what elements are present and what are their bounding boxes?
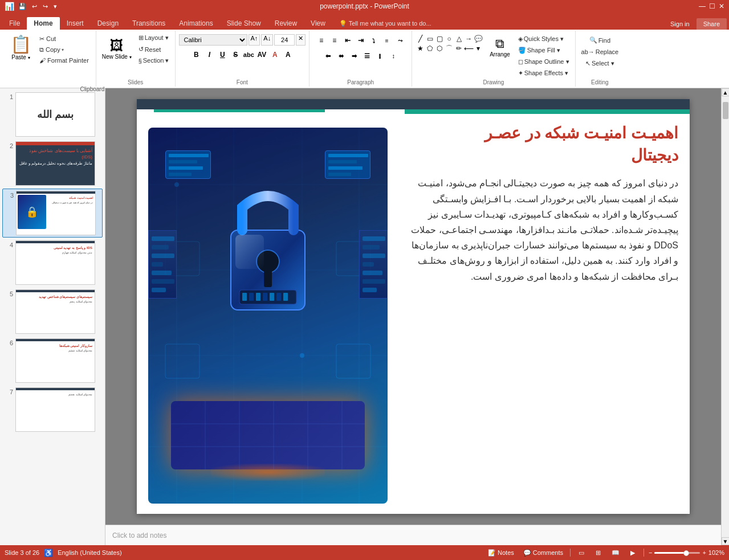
save-button[interactable]: 💾 [17, 3, 28, 10]
paragraph-group: ≡ ≡ ⇤ ⇥ ⤵ ≡ ⤳ ⬅ ⬌ ➡ ☰ ⫿ ↕ Paragraph [309, 31, 412, 87]
underline-button[interactable]: U [216, 48, 229, 61]
tab-home[interactable]: Home [27, 17, 59, 30]
shape-line[interactable]: ╱ [416, 34, 425, 43]
zoom-plus-button[interactable]: + [702, 549, 706, 556]
font-size-decrease[interactable]: A↑ [249, 34, 260, 46]
cut-button[interactable]: ✂ Cut [37, 34, 91, 44]
quick-styles-button[interactable]: ◈ Quick Styles ▾ [516, 34, 572, 44]
shape-pentagon[interactable]: ⬠ [425, 44, 434, 53]
tab-animations[interactable]: Animations [172, 17, 219, 30]
comments-button[interactable]: 💬 Comments [521, 548, 565, 558]
shape-triangle[interactable]: △ [454, 34, 463, 43]
strikethrough-button[interactable]: S [229, 48, 242, 61]
paste-button[interactable]: 📋 Paste ▾ [6, 32, 36, 63]
undo-button[interactable]: ↩ [30, 3, 39, 10]
slide-thumb-4[interactable]: 4 IDS و پاسخ به تهدید امنیتی متن محتوای … [2, 239, 103, 287]
tab-design[interactable]: Design [91, 17, 125, 30]
select-button[interactable]: ↖ Select ▾ [583, 59, 617, 68]
shape-rounded-rect[interactable]: ▢ [435, 34, 444, 43]
scroll-thumb[interactable] [723, 102, 728, 119]
font-size-increase[interactable]: A↓ [261, 34, 273, 46]
slide-thumb-3[interactable]: 3 🔒 اهمیت امنیت شبکه در دنیای امروز که ه… [2, 189, 103, 238]
shape-star[interactable]: ★ [416, 44, 425, 53]
share-button[interactable]: Share [697, 18, 727, 30]
customize-button[interactable]: ▾ [52, 3, 59, 10]
tab-transitions[interactable]: Transitions [125, 17, 172, 30]
clear-formatting-button[interactable]: ✕ [296, 34, 306, 46]
slide-thumb-1[interactable]: 1 بسم الله [2, 91, 103, 138]
shape-outline-button[interactable]: ◻ Shape Outline ▾ [516, 57, 572, 67]
redo-button[interactable]: ↪ [41, 3, 50, 10]
scroll-up-button[interactable]: ▲ [722, 88, 730, 96]
tab-review[interactable]: Review [268, 17, 304, 30]
sign-in-button[interactable]: Sign in [663, 18, 697, 30]
justify-button[interactable]: ☰ [361, 50, 373, 62]
copy-button[interactable]: ⧉ Copy ▾ [37, 45, 91, 55]
shape-curve[interactable]: ⌒ [445, 44, 454, 53]
shape-rect[interactable]: ▭ [425, 34, 434, 43]
zoom-slider[interactable] [654, 552, 700, 554]
shape-fill-button[interactable]: 🪣 Shape Fill ▾ [516, 46, 572, 55]
shape-hexagon[interactable]: ⬡ [435, 44, 444, 53]
tab-slideshow[interactable]: Slide Show [220, 17, 268, 30]
svg-rect-45 [363, 254, 385, 258]
reading-view-button[interactable]: 📖 [609, 547, 622, 558]
notes-button[interactable]: 📝 Notes [486, 548, 516, 558]
slide-text-content[interactable]: اهمیـت امنیـت شبکه در عصـر دیجیتال در دن… [410, 122, 678, 284]
normal-view-button[interactable]: ▭ [575, 547, 588, 558]
shape-callout[interactable]: 💬 [474, 34, 483, 43]
format-painter-button[interactable]: 🖌 Format Painter [37, 56, 91, 65]
decrease-indent-button[interactable]: ⇤ [341, 34, 354, 47]
shape-arrow[interactable]: → [464, 34, 473, 43]
tab-help[interactable]: 💡 Tell me what you want to do... [332, 18, 438, 30]
tab-file[interactable]: File [2, 17, 27, 30]
bullets-button[interactable]: ≡ [315, 34, 328, 47]
shape-circle[interactable]: ○ [445, 34, 454, 43]
slide-canvas[interactable]: اهمیـت امنیـت شبکه در عصـر دیجیتال در دن… [137, 99, 690, 514]
zoom-minus-button[interactable]: − [649, 549, 652, 556]
close-button[interactable]: ✕ [719, 2, 724, 10]
slide-number-1: 1 [4, 93, 13, 100]
scroll-down-button[interactable]: ▼ [722, 537, 730, 545]
align-text-button[interactable]: ≡ [381, 34, 393, 47]
shape-freeform[interactable]: ✏ [454, 44, 463, 53]
tab-view[interactable]: View [304, 17, 332, 30]
text-direction-button[interactable]: ⤵ [368, 34, 380, 47]
reset-button[interactable]: ↺ Reset [136, 44, 172, 54]
section-button[interactable]: § Section ▾ [136, 56, 172, 66]
slide-thumb-7[interactable]: 7 محتوای اسلاید هفتم [2, 386, 103, 434]
text-highlight-button[interactable]: A [282, 48, 294, 61]
slideshow-view-button[interactable]: ▶ [626, 547, 639, 558]
layout-button[interactable]: ⊞ Layout ▾ [136, 33, 172, 43]
shape-more[interactable]: ▾ [474, 44, 483, 53]
font-color-button[interactable]: A [268, 48, 281, 61]
shape-connector[interactable]: ⟵ [464, 44, 473, 53]
align-center-button[interactable]: ⬌ [335, 50, 347, 62]
line-spacing-button[interactable]: ↕ [387, 50, 400, 62]
columns-button[interactable]: ⫿ [374, 50, 386, 62]
slide-thumb-5[interactable]: 5 سیستم‌های سیستم‌های شناخص تهدید محتوای… [2, 288, 103, 336]
bold-button[interactable]: B [190, 48, 202, 61]
tab-insert[interactable]: Insert [60, 17, 91, 30]
font-name-dropdown[interactable]: Calibri Arial Tahoma [179, 34, 247, 46]
notes-area[interactable]: Click to add notes [105, 525, 721, 545]
arrange-button[interactable]: ⧉ Arrange [487, 34, 512, 60]
replace-button[interactable]: ab→ Replace [579, 47, 621, 56]
shape-effects-button[interactable]: ✦ Shape Effects ▾ [516, 68, 572, 78]
slide-thumb-6[interactable]: 6 سازوکار امنیتی شبکه‌ها محتوای اسلاید ش… [2, 337, 103, 385]
font-size-input[interactable] [274, 34, 295, 46]
increase-indent-button[interactable]: ⇥ [355, 34, 367, 47]
slide-sorter-button[interactable]: ⊞ [592, 547, 605, 558]
slide-thumb-2[interactable]: 2 آشنایی با سیست‌های شناخش نفوذ (IDS) ما… [2, 140, 103, 187]
align-left-button[interactable]: ⬅ [321, 50, 334, 62]
smartart-button[interactable]: ⤳ [394, 34, 406, 47]
char-spacing-button[interactable]: AV [255, 48, 268, 61]
maximize-button[interactable]: ☐ [709, 2, 715, 10]
shadow-button[interactable]: abc [242, 48, 255, 61]
italic-button[interactable]: I [203, 48, 215, 61]
new-slide-button[interactable]: 🖼 New Slide ▾ [100, 35, 134, 62]
minimize-button[interactable]: — [699, 2, 706, 10]
align-right-button[interactable]: ➡ [348, 50, 360, 62]
find-button[interactable]: 🔍 Find [587, 35, 613, 45]
numbering-button[interactable]: ≡ [328, 34, 341, 47]
